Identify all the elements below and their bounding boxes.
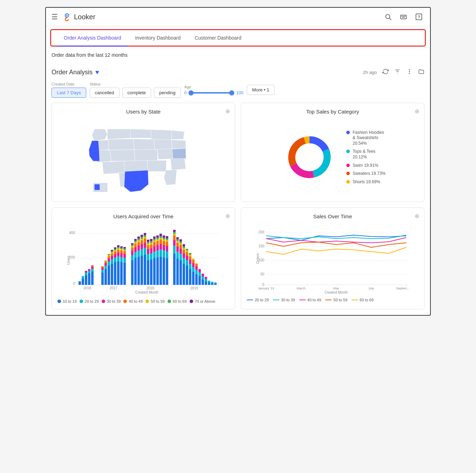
svg-rect-202 [183,264,185,285]
svg-rect-175 [166,246,168,251]
svg-rect-158 [156,235,159,238]
map-globe-icon[interactable]: ⊕ [225,108,230,115]
svg-rect-136 [147,242,149,244]
bar-legend-70-above-label: 70 or Above [195,299,216,303]
us-map-container [57,119,229,196]
svg-rect-197 [179,249,182,254]
svg-rect-244 [214,283,217,285]
heart-icon[interactable]: ♥ [95,69,99,76]
help-icon[interactable]: ? [413,11,424,22]
svg-rect-123 [141,235,143,237]
svg-text:Created Month: Created Month [135,290,158,294]
pending-button[interactable]: pending [154,88,181,98]
top-nav: ☰ Looker ? [46,8,430,26]
svg-rect-144 [150,239,152,241]
svg-rect-53 [104,260,107,261]
svg-text:March: March [297,287,305,290]
svg-text:0: 0 [262,283,264,287]
sales-globe-icon[interactable]: ⊕ [415,108,419,115]
complete-button[interactable]: complete [122,88,151,98]
tab-order-analysis[interactable]: Order Analysis Dashboard [57,30,128,47]
legend-shorts-label: Shorts 19.69% [353,179,380,185]
svg-rect-183 [173,240,176,246]
charts-grid: Users by State ⊕ [52,103,424,309]
svg-rect-108 [134,241,137,242]
search-icon[interactable] [382,11,394,22]
svg-rect-81 [120,262,123,285]
more-filters-button[interactable]: More • 1 [247,85,274,95]
svg-rect-85 [120,249,123,251]
svg-rect-100 [131,246,134,248]
svg-rect-84 [120,251,123,253]
svg-rect-177 [166,240,168,242]
svg-rect-41 [91,269,94,272]
more-vert-icon[interactable] [406,68,413,76]
svg-rect-234 [202,280,204,285]
svg-rect-190 [176,247,179,252]
status-buttons: cancelled complete pending [90,88,181,98]
sales-time-globe-icon[interactable]: ⊕ [415,213,419,219]
svg-rect-50 [104,266,107,269]
users-by-state-card: Users by State ⊕ [52,103,235,202]
svg-rect-112 [137,246,140,251]
svg-text:Septem...: Septem... [396,287,410,290]
svg-rect-243 [211,282,213,283]
svg-rect-129 [144,235,146,237]
svg-rect-92 [123,250,126,251]
svg-rect-203 [183,258,185,264]
svg-rect-218 [189,260,191,264]
hamburger-icon[interactable]: ☰ [52,13,58,21]
bar-legend-70-above: 70 or Above [190,299,216,303]
svg-rect-200 [179,241,182,243]
refresh-icon[interactable] [382,68,389,76]
cancelled-button[interactable]: cancelled [90,88,120,98]
dashboard-section: Order Analysis ♥ 2h ago [52,63,424,309]
svg-rect-68 [114,258,116,262]
svg-rect-131 [147,260,149,285]
svg-point-22 [296,144,323,171]
range-slider-track[interactable] [189,92,234,94]
tab-customer[interactable]: Customer Dashboard [188,30,248,47]
svg-rect-188 [176,259,179,285]
svg-line-4 [389,18,391,20]
svg-rect-133 [147,249,149,254]
bar-legend-40-49: 40 to 49 [123,299,143,303]
svg-rect-90 [123,254,126,258]
svg-rect-99 [131,248,134,251]
svg-rect-48 [101,266,104,268]
svg-rect-199 [179,243,182,245]
svg-rect-113 [137,242,140,246]
bar-legend-20-29-label: 20 to 29 [85,299,99,303]
nav-left: ☰ Looker [52,12,95,22]
svg-rect-186 [173,232,176,234]
svg-rect-132 [147,254,149,260]
bar-chart-legend: 10 to 19 20 to 29 30 to 39 40 to 49 [57,299,229,303]
keyboard-icon[interactable] [398,11,409,22]
svg-rect-148 [153,242,156,246]
svg-rect-37 [88,273,90,285]
svg-rect-147 [153,246,156,252]
legend-sweaters-label: Sweaters 19.73% [353,171,386,177]
svg-rect-118 [141,249,143,256]
svg-rect-230 [195,263,198,266]
svg-rect-116 [137,236,140,239]
bar-legend-30-39: 30 to 39 [102,299,121,303]
svg-point-2 [65,20,66,21]
last-7-days-button[interactable]: Last 7 Days [52,88,86,98]
folder-icon[interactable] [418,68,424,76]
bar-legend-20-29: 20 to 29 [80,299,99,303]
tab-inventory[interactable]: Inventory Dashboard [128,30,188,47]
svg-rect-103 [134,258,137,285]
us-map-svg [66,119,220,196]
svg-rect-104 [134,252,137,258]
svg-rect-236 [202,274,204,276]
svg-rect-166 [163,258,165,285]
svg-rect-208 [183,244,185,246]
acquired-globe-icon[interactable]: ⊕ [225,213,230,219]
svg-rect-181 [173,254,176,285]
svg-rect-117 [141,256,143,285]
svg-rect-32 [82,279,84,285]
age-label: Age [184,85,244,89]
dashboard-title-area: Order Analysis ♥ [52,69,99,76]
filter-icon[interactable] [394,68,401,76]
